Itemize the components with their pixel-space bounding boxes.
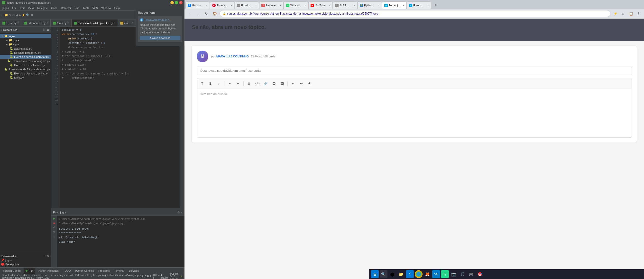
editor-redo[interactable]: ↪ bbox=[298, 80, 305, 87]
run-rerun-icon[interactable]: ↺ bbox=[53, 226, 55, 229]
taskbar-firefox[interactable]: 🦊 bbox=[424, 270, 431, 278]
menu-vcs[interactable]: VCS bbox=[91, 6, 100, 10]
editor-detail-content[interactable]: Detalhes da dúvida bbox=[197, 89, 632, 138]
taskbar-icon7[interactable]: 📷 bbox=[450, 270, 458, 278]
code-editor[interactable]: contador = 1 while(contador <= 10): prin… bbox=[60, 27, 180, 208]
editor-undo[interactable]: ↩ bbox=[290, 80, 296, 87]
taskbar-vscode[interactable]: VS bbox=[432, 270, 440, 278]
tree-exercicio5[interactable]: 🐍 Exercicio Usando o while.py bbox=[0, 71, 51, 75]
editor-bold-t[interactable]: T bbox=[199, 80, 206, 87]
taskbar-icon10[interactable]: 🎯 bbox=[476, 270, 484, 278]
bookmark-breakpoints[interactable]: 🔴 Breakpoints bbox=[0, 262, 51, 266]
editor-bold-b[interactable]: B bbox=[207, 80, 214, 87]
taskbar-edge[interactable]: e bbox=[406, 270, 414, 278]
extensions-button[interactable]: ⚡ bbox=[612, 10, 619, 17]
editor-italic[interactable]: I bbox=[216, 80, 222, 87]
forward-button[interactable]: → bbox=[195, 10, 202, 17]
menu-tools[interactable]: Tools bbox=[81, 6, 90, 10]
new-tab-button[interactable]: + bbox=[432, 2, 439, 9]
maximize-button[interactable]: □ bbox=[175, 1, 178, 4]
tab-close-forum-active[interactable]: × bbox=[403, 4, 404, 7]
run-settings-icon[interactable]: ⚙ bbox=[177, 211, 180, 214]
tab-mai[interactable]: mai... × bbox=[118, 19, 136, 27]
taskbar-cortana[interactable]: ⬤ bbox=[388, 270, 396, 278]
tree-exercicio2[interactable]: 🐍 Exercicio e o resultado agora.py bbox=[0, 59, 51, 63]
bookmarks-settings-icon[interactable]: ⚙ bbox=[47, 255, 50, 258]
tab-close-whatsapp[interactable]: × bbox=[304, 4, 306, 7]
menu-view[interactable]: View bbox=[26, 6, 35, 10]
question-input[interactable] bbox=[197, 66, 632, 75]
sidebar-settings-icon[interactable]: ⚙ bbox=[47, 28, 50, 32]
tab-close-forum2[interactable]: × bbox=[428, 4, 429, 7]
browser-tab-pinterest[interactable]: P Pintere... × bbox=[210, 1, 234, 9]
minimize-button[interactable]: − bbox=[170, 1, 174, 4]
menu-file[interactable]: File bbox=[11, 6, 18, 10]
bookmark-jogos[interactable]: 📌 jogos bbox=[0, 258, 51, 262]
tab-forca[interactable]: forca.py × bbox=[50, 19, 72, 27]
menu-jogos[interactable]: jogos bbox=[1, 6, 10, 10]
tab-close-345[interactable]: × bbox=[354, 4, 355, 7]
tree-forca[interactable]: 🐍 forca.py bbox=[0, 75, 51, 79]
tab-python-packages[interactable]: Python Packages bbox=[36, 268, 60, 274]
taskbar-search[interactable]: 🔍 bbox=[380, 270, 388, 278]
tab-close-python[interactable]: × bbox=[378, 4, 380, 7]
tab-close-adivinhacao[interactable]: × bbox=[46, 22, 48, 24]
browser-tab-python[interactable]: 🐍 Python × bbox=[358, 1, 382, 9]
editor-image2[interactable]: 🖼 bbox=[279, 80, 286, 87]
browser-tab-345[interactable]: 3 345 R... × bbox=[333, 1, 357, 9]
address-bar[interactable]: 🔒 cursos.alura.com.br/forum/curso-python… bbox=[220, 10, 610, 17]
tree-exercicio-active[interactable]: 🐍 Exercicio de while para for.py bbox=[0, 55, 51, 59]
taskbar-icon8[interactable]: 🎵 bbox=[458, 270, 466, 278]
browser-tab-email[interactable]: @ Email -... × bbox=[234, 1, 259, 9]
start-button[interactable]: ⊞ bbox=[371, 270, 379, 278]
browser-tab-youtube[interactable]: ▶ YouTube × bbox=[308, 1, 333, 9]
run-play-icon[interactable]: ▶ bbox=[53, 217, 55, 220]
menu-code[interactable]: Code bbox=[50, 6, 59, 10]
run-filter-icon[interactable]: ▽ bbox=[53, 231, 55, 234]
taskbar-explorer[interactable]: 📁 bbox=[397, 270, 405, 278]
bookmarks-add-icon[interactable]: + bbox=[44, 255, 46, 258]
suggestion-link[interactable]: Download pre-built s... bbox=[145, 18, 171, 21]
tree-idea[interactable]: ▶ 📁 .idea bbox=[0, 38, 51, 42]
editor-table[interactable]: ⊞ bbox=[246, 80, 252, 87]
tree-adivinhacao[interactable]: 🐍 adivinhacao.py bbox=[0, 46, 51, 51]
editor-image1[interactable]: 🖼 bbox=[270, 80, 277, 87]
menu-refactor[interactable]: Refactor bbox=[60, 6, 72, 10]
editor-code[interactable]: </> bbox=[254, 80, 261, 87]
back-button[interactable]: ← bbox=[186, 10, 193, 17]
tab-problems[interactable]: Problems bbox=[96, 268, 112, 274]
run-stop-icon[interactable]: ■ bbox=[53, 222, 55, 225]
tab-close-grupos[interactable]: × bbox=[206, 4, 208, 7]
reload-button[interactable]: ↻ bbox=[203, 10, 210, 17]
tab-close-petlove[interactable]: × bbox=[280, 4, 281, 7]
tab-close-forca[interactable]: × bbox=[68, 22, 69, 24]
taskbar-icon9[interactable]: 🎮 bbox=[467, 270, 475, 278]
menu-navigate[interactable]: Navigate bbox=[36, 6, 49, 10]
run-close-icon[interactable]: × bbox=[181, 211, 182, 214]
tree-exercicio3[interactable]: 🐍 Exercicio o resultado e.py bbox=[0, 63, 51, 67]
editor-align-left[interactable]: ≡ bbox=[226, 80, 233, 87]
taskbar-chrome[interactable]: 🌐 bbox=[415, 270, 422, 278]
tab-close-mai[interactable]: × bbox=[132, 22, 133, 24]
tab-close-pinterest[interactable]: × bbox=[231, 4, 232, 7]
settings-button[interactable]: ⋮ bbox=[635, 10, 642, 17]
browser-tab-forum2[interactable]: A Forum |... × bbox=[407, 1, 431, 9]
tree-root[interactable]: ▼ 📁 jogos bbox=[0, 34, 51, 38]
menu-run[interactable]: Run bbox=[73, 6, 81, 10]
tab-adivinhacao[interactable]: adivinhacao.py × bbox=[22, 19, 50, 27]
taskbar-pycharm[interactable]: Py bbox=[441, 270, 449, 278]
tab-python-console[interactable]: Python Console bbox=[73, 268, 96, 274]
browser-tab-whatsapp[interactable]: W Whatsb... × bbox=[284, 1, 308, 9]
menu-help[interactable]: Help bbox=[113, 6, 122, 10]
close-button[interactable]: × bbox=[179, 1, 182, 4]
editor-preview[interactable]: 👁 bbox=[306, 80, 313, 87]
tab-terminal[interactable]: Terminal bbox=[112, 268, 126, 274]
menu-edit[interactable]: Edit bbox=[18, 6, 26, 10]
sidebar-collapse-icon[interactable]: ☰ bbox=[43, 28, 46, 32]
tree-dewhile[interactable]: 🐍 De while para for#2.py bbox=[0, 51, 51, 55]
author-name[interactable]: MARA LUIZ COUTINHO bbox=[216, 55, 249, 58]
menu-window[interactable]: Window bbox=[100, 6, 112, 10]
favorites-button[interactable]: ☆ bbox=[620, 10, 626, 17]
tab-run[interactable]: Run bbox=[24, 268, 35, 274]
browser-tab-grupos[interactable]: f Grupos × bbox=[186, 1, 210, 9]
